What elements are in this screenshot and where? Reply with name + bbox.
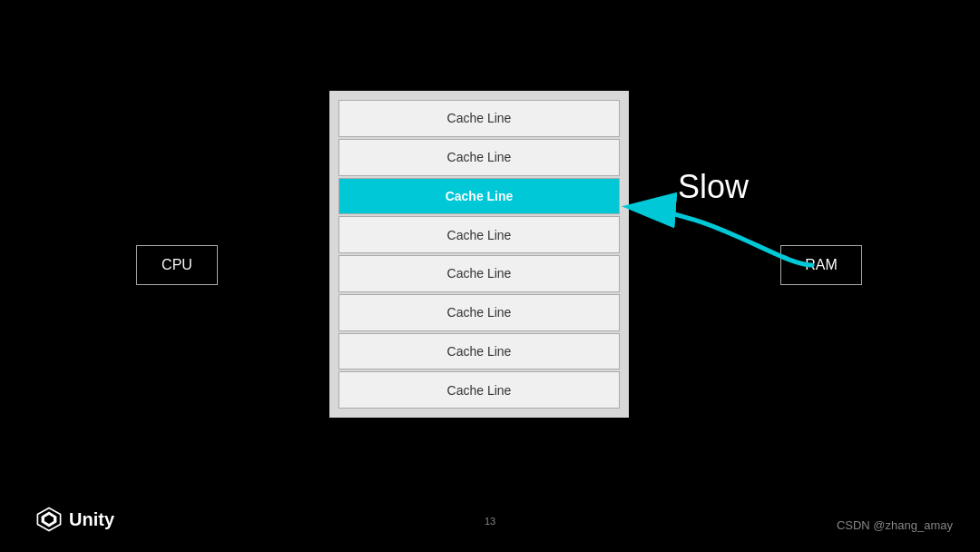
cache-line-3: Cache Line <box>338 216 620 253</box>
unity-icon <box>36 507 62 532</box>
cache-line-5: Cache Line <box>338 294 620 331</box>
cache-line-0: Cache Line <box>338 100 620 137</box>
cache-line-2: Cache Line <box>338 178 620 215</box>
ram-box: RAM <box>780 245 862 285</box>
cache-line-4: Cache Line <box>338 255 620 292</box>
ram-label: RAM <box>805 257 838 273</box>
cache-line-1: Cache Line <box>338 139 620 176</box>
cpu-label: CPU <box>162 257 192 273</box>
cache-line-6: Cache Line <box>338 333 620 370</box>
slow-label: Slow <box>678 168 749 206</box>
csdn-credit: CSDN @zhang_amay <box>837 518 953 532</box>
unity-logo: Unity <box>36 507 114 532</box>
cache-line-7: Cache Line <box>338 371 620 409</box>
page-number: 13 <box>485 516 495 527</box>
cpu-box: CPU <box>136 245 218 285</box>
unity-text: Unity <box>69 509 114 530</box>
cache-container: Cache LineCache LineCache LineCache Line… <box>329 91 629 418</box>
